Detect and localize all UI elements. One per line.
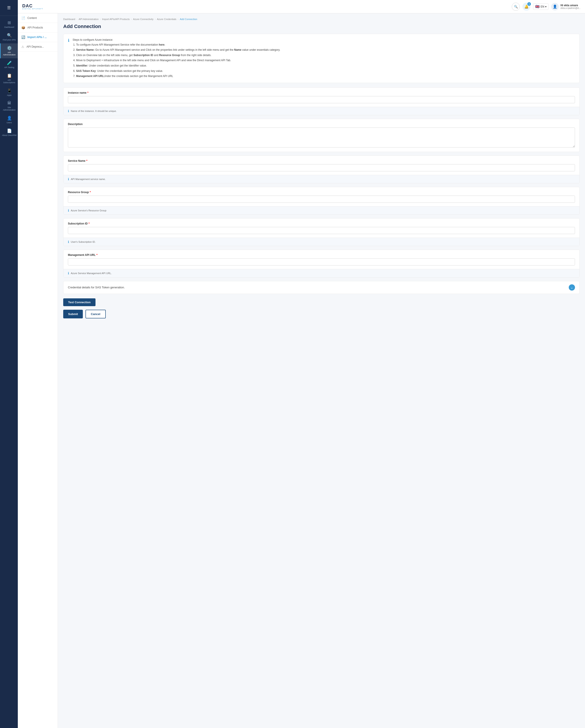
description-section: Description xyxy=(63,119,580,152)
sidebar-item-apps[interactable]: 📱 Apps xyxy=(0,86,18,99)
search-button[interactable]: 🔍 xyxy=(512,3,520,11)
cancel-button[interactable]: Cancel xyxy=(85,310,106,318)
info-step-6: SAS Token Key: Under the credentials sec… xyxy=(76,69,280,74)
content-inner: 📄 Content 📦 API Products 🔄 Import APIs /… xyxy=(18,14,585,728)
hint-icon-instance: ℹ xyxy=(68,109,69,113)
service-name-wrapper: Service Name * xyxy=(63,156,580,175)
dashboard-icon: ⊞ xyxy=(7,20,11,25)
sub-nav-api-products-label: API Products xyxy=(27,26,43,29)
import-apis-icon: 🔄 xyxy=(21,35,25,39)
logo-subtext: DIGITAL APICRAFT xyxy=(22,8,44,9)
hint-icon-resource: ℹ xyxy=(68,209,69,212)
site-admin-icon: 🏛 xyxy=(7,101,11,105)
hint-icon-service: ℹ xyxy=(68,177,69,181)
description-input[interactable] xyxy=(68,128,575,148)
breadcrumb: Dashboard › API Administration › Import … xyxy=(63,18,580,21)
sub-nav-api-products[interactable]: 📦 API Products xyxy=(18,23,58,32)
instance-name-label: Instance name * xyxy=(68,91,575,94)
info-step-3: Click on Overview tab on the left side m… xyxy=(76,53,280,58)
main-wrapper: DAC DIGITAL APICRAFT 🔍 🔔 0 🇬🇧 EN ▾ 👤 Hi … xyxy=(18,0,585,728)
resource-group-label: Resource Group * xyxy=(68,191,575,194)
management-api-url-label: Management API URL * xyxy=(68,254,575,257)
breadcrumb-sep-2: › xyxy=(100,18,101,21)
instance-name-input[interactable] xyxy=(68,96,575,103)
subscription-id-hint: ℹ User's Subscription ID. xyxy=(63,238,580,246)
sidebar: ☰ ⊞ Dashboard 🔍 Find your APIs ⚙️ API Ad… xyxy=(0,0,18,728)
user-text: Hi ekta umare ekta.u+padmin@d... xyxy=(561,4,581,9)
resource-group-input[interactable] xyxy=(68,196,575,203)
credential-header[interactable]: Credential details for SAS Token generat… xyxy=(63,281,580,294)
sidebar-item-api-subscriptions[interactable]: 📋 API Subscriptions xyxy=(0,71,18,86)
instance-name-section: Instance name * ℹ Name of the instance. … xyxy=(63,87,580,115)
breadcrumb-azure-connectivity[interactable]: Azure Connectivity xyxy=(133,18,154,21)
breadcrumb-sep-4: › xyxy=(155,18,156,21)
logo-text: DAC xyxy=(22,4,44,8)
sidebar-item-about[interactable]: 📄 About OneAPIM xyxy=(0,126,18,139)
subscription-id-wrapper: Subscription ID * xyxy=(63,218,580,238)
header-logo: DAC DIGITAL APICRAFT xyxy=(22,4,44,9)
header-left: DAC DIGITAL APICRAFT xyxy=(22,4,44,9)
resource-group-required: * xyxy=(90,191,91,194)
sidebar-item-dashboard[interactable]: ⊞ Dashboard xyxy=(0,18,18,31)
info-step-5: Identifier: Under credentials section ge… xyxy=(76,63,280,68)
api-deprecation-icon: ⚠ xyxy=(21,45,24,49)
breadcrumb-azure-credentials[interactable]: Azure Credentials xyxy=(157,18,176,21)
notification-button[interactable]: 🔔 0 xyxy=(523,3,531,11)
hamburger-menu[interactable]: ☰ xyxy=(5,3,13,12)
breadcrumb-dashboard[interactable]: Dashboard xyxy=(63,18,75,21)
sidebar-item-site-administration[interactable]: 🏛 Site Administration xyxy=(0,99,18,113)
lang-text: EN xyxy=(540,5,544,8)
management-api-url-hint: ℹ Azure Service Management API URL. xyxy=(63,269,580,277)
hint-icon-subscription: ℹ xyxy=(68,240,69,244)
sub-nav-content[interactable]: 📄 Content xyxy=(18,14,58,23)
api-subs-icon: 📋 xyxy=(7,73,12,78)
subscription-id-input[interactable] xyxy=(68,227,575,234)
header-right: 🔍 🔔 0 🇬🇧 EN ▾ 👤 Hi ekta umare ekta.u+pad… xyxy=(512,3,581,11)
description-label: Description xyxy=(68,123,575,126)
sub-nav-import-apis-label: Import APIs / ... xyxy=(27,35,47,39)
sub-nav-import-apis[interactable]: 🔄 Import APIs / ... xyxy=(18,32,58,42)
info-step-7: Management API URLUnder the credentials … xyxy=(76,74,280,79)
breadcrumb-import-apis[interactable]: Import APIs/API Products xyxy=(102,18,130,21)
api-admin-icon: ⚙️ xyxy=(7,46,12,51)
apps-icon: 📱 xyxy=(7,88,12,93)
lang-chevron-icon: ▾ xyxy=(545,5,546,8)
breadcrumb-sep-3: › xyxy=(131,18,132,21)
users-icon: 👤 xyxy=(7,116,12,121)
service-name-label: Service Name * xyxy=(68,159,575,162)
test-connection-row: Test Connection xyxy=(63,298,580,306)
sub-nav-api-deprecation[interactable]: ⚠ API Depreca... xyxy=(18,42,58,52)
test-connection-button[interactable]: Test Connection xyxy=(63,298,96,306)
sidebar-item-api-testing[interactable]: 🧪 APi Testing xyxy=(0,58,18,71)
sidebar-item-users[interactable]: 👤 Users xyxy=(0,113,18,126)
sidebar-item-find-apis[interactable]: 🔍 Find your APIs xyxy=(0,31,18,43)
service-name-input[interactable] xyxy=(68,164,575,171)
user-name: Hi ekta umare xyxy=(561,4,581,7)
info-step-2: Service Name: Go to Azure API Management… xyxy=(76,48,280,53)
submit-button[interactable]: Submit xyxy=(63,310,83,318)
management-api-url-required: * xyxy=(96,254,98,257)
page-content: Dashboard › API Administration › Import … xyxy=(58,14,585,728)
chevron-down-icon: ⌄ xyxy=(569,284,575,291)
language-selector[interactable]: 🇬🇧 EN ▾ xyxy=(533,3,549,10)
avatar: 👤 xyxy=(551,3,559,10)
breadcrumb-add-connection: Add Connection xyxy=(180,18,197,21)
breadcrumb-api-admin[interactable]: API Administration xyxy=(79,18,99,21)
management-api-url-input[interactable] xyxy=(68,258,575,265)
sidebar-nav: ⊞ Dashboard 🔍 Find your APIs ⚙️ API Admi… xyxy=(0,16,18,139)
info-icon: ℹ xyxy=(68,38,70,79)
resource-group-hint: ℹ Azure Service's Resource Group xyxy=(63,206,580,214)
description-wrapper: Description xyxy=(63,119,580,152)
sidebar-item-api-administration[interactable]: ⚙️ API Administration xyxy=(0,43,18,58)
sub-nav-api-deprecation-label: API Depreca... xyxy=(26,45,44,48)
api-products-icon: 📦 xyxy=(21,26,25,29)
breadcrumb-sep-1: › xyxy=(77,18,77,21)
service-name-section: Service Name * ℹ API Management service … xyxy=(63,156,580,183)
flag-icon: 🇬🇧 xyxy=(535,4,540,9)
user-info[interactable]: 👤 Hi ekta umare ekta.u+padmin@d... xyxy=(551,3,581,10)
sidebar-logo: ☰ xyxy=(0,0,18,16)
form-actions: Submit Cancel xyxy=(63,310,580,318)
content-icon: 📄 xyxy=(21,16,25,20)
management-api-url-wrapper: Management API URL * xyxy=(63,250,580,269)
credential-section: Credential details for SAS Token generat… xyxy=(63,281,580,294)
